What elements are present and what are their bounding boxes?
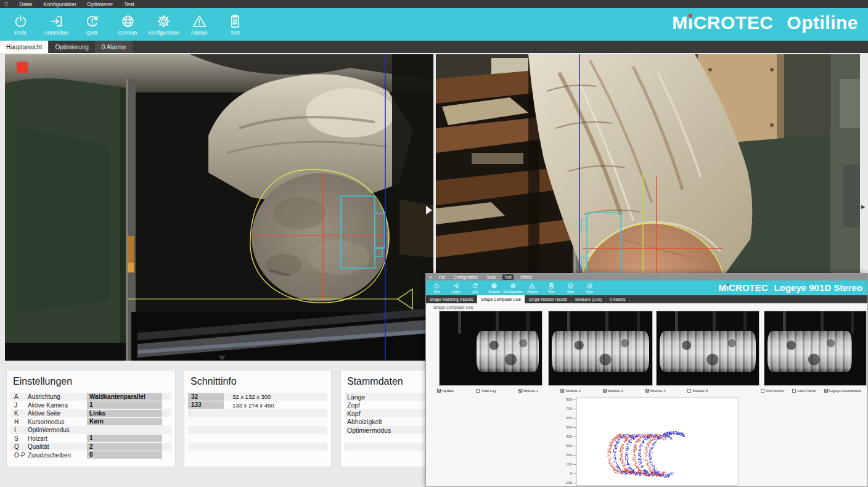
checkbox-box-icon [761,389,764,393]
logeye-tab[interactable]: Shape Matching Results [426,295,477,303]
setting-value: 1 [87,401,162,409]
hotkey-label: I [10,427,28,433]
toolbar-button[interactable]: Configuration [504,281,523,295]
logeye-tab[interactable]: Measure (Live) [571,295,606,303]
checkbox[interactable]: Test Motion [761,389,785,393]
y-tick-label: 600 [555,414,574,423]
hotkey-label: K [10,410,28,417]
checkbox-label: Module 1 [523,389,539,393]
main-menubar: ▽ Datei Konfiguration Optimierer Test [0,0,868,8]
right-arrow-marker[interactable]: ▶ [861,204,865,210]
setting-value: 1 [87,435,162,442]
toolbar-button[interactable]: Login [446,281,465,295]
toolbar-button[interactable]: Alarme [181,9,217,40]
checkbox-box-icon [687,389,691,393]
toolbar-button-label: Configuration [503,290,523,293]
right-scroll-strip: ▶ [860,54,868,273]
logeye-toolbar: Exit Login Ack English [426,280,867,295]
toolbar-icon [123,16,133,27]
toolbar-button[interactable]: Test [542,281,561,295]
module-camera-image [656,311,760,386]
camera-view-right[interactable] [436,54,860,273]
toolbar-button-label: Test [548,290,554,293]
logeye-tab[interactable]: Shape Composer Live [477,295,525,303]
menu-offline[interactable]: Offline [518,274,534,280]
toolbar-icon [530,284,535,288]
setting-value [87,427,162,434]
toolbar-icon [511,284,516,289]
toolbar-button[interactable]: Konfiguration [145,9,181,40]
toolbar-button[interactable]: Test [217,9,253,40]
log-data-row: Optimiermodus [345,426,428,435]
checkbox[interactable]: Update [437,389,454,393]
toolbar-button[interactable]: Quitt [74,9,110,40]
menu-file[interactable]: File [437,274,447,280]
y-tick-label: 300 [555,441,574,451]
logeye-tab[interactable]: Single Rotator results [525,295,571,303]
settings-row: J Aktive Kamera 1 [10,401,171,410]
setting-label: Optimiermodus [28,427,87,433]
setting-label: Holzart [28,435,87,442]
checkbox[interactable]: Last Frame [792,389,816,393]
toolbar-button-label: German [118,30,137,36]
checkbox-box-icon [824,389,828,393]
toolbar-button[interactable]: Anmelden [38,9,74,40]
scatter-y-axis-labels: 8007006005004003002001000-100 [555,395,574,487]
toolbar-button[interactable]: Start [561,281,580,295]
checkbox[interactable]: Total Log [476,389,496,393]
menu-configuration[interactable]: Configuration [452,274,480,280]
toolbar-button[interactable]: Ende [2,9,38,40]
setting-label: Kursormodus [28,419,87,425]
product-name: Optiline [787,12,858,33]
y-tick-label: -100 [555,478,574,487]
toolbar-button[interactable]: Alarms [523,281,542,295]
checkbox-label: Logeye coordinates [829,389,861,393]
cut-row: 133 133 x 274 x 450 [188,401,327,410]
menu-test[interactable]: Test [124,1,134,7]
checkbox[interactable]: Module 1 [518,389,539,393]
toolbar-button[interactable]: German [110,9,145,40]
logeye-tab[interactable]: 0 Alarms [606,295,629,303]
settings-row: Q Qualität 2 [10,443,171,451]
checkbox[interactable]: Module 5 [687,389,708,393]
toolbar-button[interactable]: English [485,281,504,295]
main-tab[interactable]: Optimierung [49,41,95,53]
logo-red-dot-icon [689,14,692,17]
toolbar-icon [454,284,458,287]
module-camera-image [548,311,653,386]
setting-label: Aktive Seite [28,410,87,417]
menu-optimierer[interactable]: Optimierer [87,1,113,7]
window-system-icon[interactable]: ▽ [4,1,8,7]
toolbar-button-label: Start [567,290,575,293]
main-tab[interactable]: 0 Alarme [96,41,133,53]
menu-tools[interactable]: Tools [485,274,497,280]
checkbox[interactable]: Module 2 [560,389,581,393]
logeye-content: Shape Composer Live [426,303,867,486]
logeye-tabbar: Shape Matching Results Shape Composer Li… [426,295,867,303]
y-tick-label: 100 [555,460,574,469]
checkbox[interactable]: Module 3 [603,389,623,393]
logeye-menubar: ▽ File Configuration Tools Test Offline [426,274,867,280]
checkbox[interactable]: Module 4 [645,389,666,393]
menu-test[interactable]: Test [502,274,514,280]
checkbox-label: Test Motion [766,389,785,393]
checkbox-box-icon [645,389,649,393]
log-data-row: Abholzigkeit [345,418,428,427]
cut-row: 32 32 x 132 x 300 [188,393,327,401]
checkbox-box-icon [476,389,480,393]
window-system-icon[interactable]: ▽ [429,275,432,279]
cut-dimensions: 133 x 274 x 450 [224,402,274,409]
toolbar-icon [231,15,238,27]
menu-datei[interactable]: Datei [19,1,32,7]
camera-view-left[interactable] [5,54,433,361]
toolbar-button[interactable]: Stop [580,281,599,295]
main-tab[interactable]: Hauptansicht [0,41,49,53]
optiline-main-window: ▽ Datei Konfiguration Optimierer Test En… [0,0,868,487]
logo-red-dot-icon [727,284,729,285]
menu-konfiguration[interactable]: Konfiguration [43,1,76,7]
toolbar-button[interactable]: Ack [465,281,485,295]
toolbar-button-label: Alarme [191,30,208,36]
checkbox[interactable]: Logeye coordinates [824,389,861,393]
y-tick-label: 800 [555,395,574,404]
toolbar-button[interactable]: Exit [427,281,446,295]
